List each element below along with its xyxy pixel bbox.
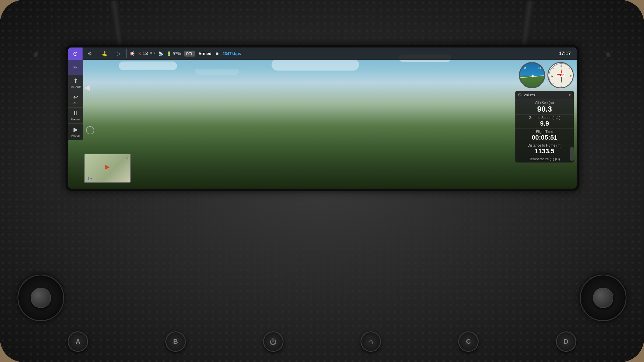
drone-position-arrow: ▶: [105, 163, 110, 170]
back-arrow-button[interactable]: ◀: [84, 82, 90, 92]
attitude-indicator: 10 10: [519, 62, 545, 88]
button-a[interactable]: A: [68, 331, 88, 352]
button-c-label: C: [466, 338, 471, 345]
svg-point-5: [532, 75, 534, 77]
compass: N E S W: [547, 62, 574, 88]
speed-row: Ground Speed (m/s) 9.9: [515, 115, 574, 128]
button-b-label: B: [173, 338, 178, 345]
armed-label: Armed: [198, 51, 211, 56]
attitude-svg: 10 10: [520, 63, 545, 88]
telemetry-icon: 📡: [158, 51, 163, 56]
status-bar-items: 📢 ✕ 13 0.8 📡 🔋 97%: [127, 51, 577, 57]
flight-time-label: Flight Time: [518, 130, 571, 134]
takeoff-icon: ⬆: [73, 77, 78, 84]
pause-icon: ⏸: [73, 110, 78, 117]
megaphone-status: 📢: [130, 51, 134, 56]
instruments-panel: 10 10 N E S W: [519, 62, 574, 88]
top-status-bar: ⊙ ⚙ ⛳ ▷ 📢 ✕ 13: [68, 48, 577, 60]
home-icon: ⌂: [368, 337, 373, 346]
cloud-4: [195, 69, 239, 75]
plane-icon: ▷: [117, 50, 121, 57]
speed-label: Ground Speed (m/s): [518, 116, 571, 120]
armed-status: Armed: [198, 51, 211, 56]
cloud-2: [272, 59, 359, 71]
svg-text:10: 10: [538, 67, 541, 69]
data-panel-settings-icon: ⚙: [518, 92, 522, 98]
gps-signal-icon: ✕: [138, 51, 141, 56]
controller-body: ⊙ ⚙ ⛳ ▷ 📢 ✕ 13: [0, 0, 644, 362]
screw-tr: [606, 52, 610, 57]
gear-icon: ⚙: [88, 50, 92, 57]
right-joystick-knob[interactable]: [593, 288, 613, 308]
camera-mode-button[interactable]: ⊙: [68, 48, 83, 60]
flight-time-row: Flight Time 00:05:51: [515, 129, 574, 142]
cloud-1: [119, 61, 177, 70]
waypoints-icon: ⛳: [102, 51, 107, 57]
takeoff-button[interactable]: ⬆ Takeoff: [68, 75, 83, 91]
telemetry-status: 📡: [158, 51, 163, 56]
left-joystick[interactable]: [18, 275, 64, 321]
megaphone-icon: 📢: [130, 51, 134, 56]
rtl-label: RTL: [73, 101, 79, 105]
mini-map[interactable]: ▶ ⤡ 《 ●: [84, 154, 131, 183]
waypoints-button[interactable]: ⛳: [97, 48, 112, 60]
svg-text:10: 10: [524, 67, 526, 69]
mini-map-logo: 《 ●: [86, 176, 92, 181]
button-a-label: A: [76, 338, 80, 345]
system-time: 17:17: [559, 51, 574, 56]
bitrate-status: 2347kbps: [223, 51, 241, 56]
button-d-label: D: [564, 338, 568, 345]
right-joystick[interactable]: [580, 275, 626, 321]
button-d[interactable]: D: [556, 331, 576, 352]
action-label: Action: [71, 134, 80, 137]
bottom-buttons-row: A B ⏻ ⌂ C D: [0, 331, 644, 352]
action-play-icon: ▶: [74, 126, 78, 133]
distance-label: Distance to Home (m): [518, 143, 571, 147]
battery-status: 🔋 97%: [167, 51, 181, 56]
home-button[interactable]: ⌂: [360, 331, 381, 352]
drone-camera-view: [68, 48, 577, 189]
bitrate-value: 2347kbps: [223, 51, 241, 56]
mini-map-view: ▶ ⤡ 《 ●: [85, 154, 130, 182]
satellite-count: 13: [143, 51, 148, 56]
temp-label: Temperature (1) (C): [518, 157, 571, 161]
left-sidebar: Fly ⬆ Takeoff ↩ RTL ⏸ Pause ▶ Action: [68, 60, 83, 140]
screen-bezel: ⊙ ⚙ ⛳ ▷ 📢 ✕ 13: [66, 45, 579, 191]
temp-row: Temperature (1) (C): [515, 156, 574, 163]
takeoff-label: Takeoff: [70, 85, 80, 89]
rtl-icon: ↩: [73, 94, 78, 101]
power-button[interactable]: ⏻: [263, 331, 284, 352]
data-panel-header: ⚙ Values ▼: [515, 91, 574, 99]
alt-label: Alt (Rel) (m): [518, 101, 571, 105]
speed-value: 9.9: [518, 120, 571, 127]
record-icon: ⏺: [215, 51, 219, 56]
fly-label: Fly: [74, 66, 78, 69]
battery-icon: 🔋: [167, 51, 172, 56]
distance-value: 1133.5: [518, 147, 571, 155]
action-button[interactable]: ▶ Action: [68, 124, 83, 140]
button-c[interactable]: C: [458, 331, 479, 352]
gps-signal-status: ✕ 13 0.8: [138, 51, 155, 56]
power-icon: ⏻: [270, 338, 277, 346]
record-status: ⏺: [215, 51, 219, 56]
camera-icon: ⊙: [73, 50, 78, 57]
fly-button[interactable]: Fly: [68, 60, 83, 75]
distance-row: Distance to Home (m) 1133.5: [515, 142, 574, 156]
pause-button[interactable]: ⏸ Pause: [68, 108, 83, 124]
settings-button[interactable]: ⚙: [83, 48, 97, 60]
circle-indicator: [86, 126, 94, 134]
left-joystick-knob[interactable]: [31, 288, 51, 308]
telemetry-panel: ⚙ Values ▼ Alt (Rel) (m) 90.3 Ground Spe…: [515, 91, 574, 163]
rtl-sidebar-button[interactable]: ↩ RTL: [68, 91, 83, 108]
data-panel-dropdown-icon[interactable]: ▼: [568, 93, 571, 97]
button-b[interactable]: B: [165, 331, 186, 352]
battery-percent: 97%: [173, 51, 181, 56]
scrollbar[interactable]: [570, 147, 574, 161]
rtl-label: RTL: [184, 51, 195, 57]
mini-map-expand-icon[interactable]: ⤡: [125, 155, 129, 160]
screw-tl: [34, 52, 38, 57]
alt-value: 90.3: [518, 105, 571, 114]
fly-button[interactable]: ▷: [112, 48, 126, 60]
heading-value: 233°: [556, 73, 565, 77]
data-panel-title: Values: [524, 93, 568, 97]
